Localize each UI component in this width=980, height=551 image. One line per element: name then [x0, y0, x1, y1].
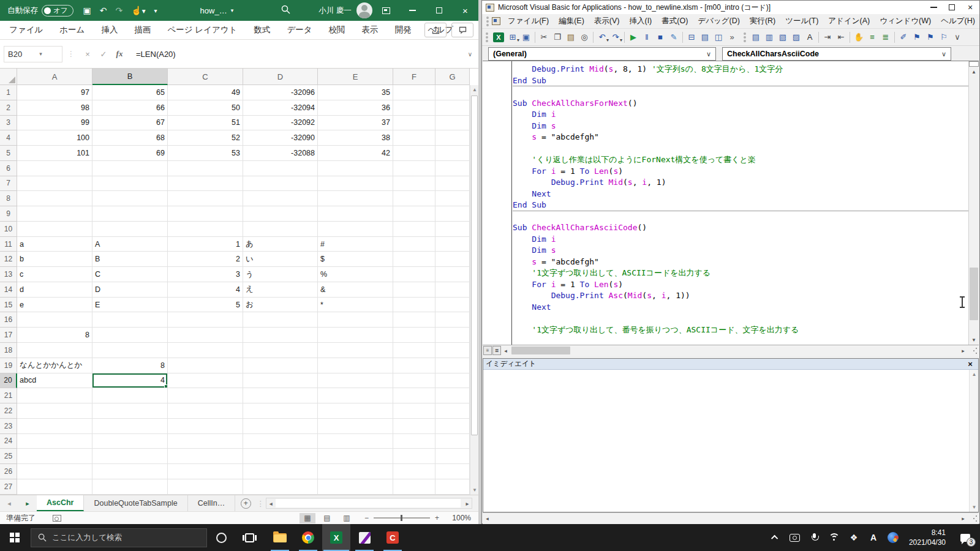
find-icon[interactable]: ◎	[578, 31, 591, 43]
row-header-15[interactable]: 15	[0, 298, 17, 313]
cell-F13[interactable]	[393, 267, 435, 282]
hscroll-thumb[interactable]	[276, 499, 461, 508]
cell-E12[interactable]: $	[318, 252, 393, 267]
cell-E3[interactable]: 37	[318, 116, 393, 131]
formula-input[interactable]: =LEN(A20)	[136, 50, 176, 59]
task-view-button[interactable]	[235, 524, 263, 551]
paste-icon[interactable]: ▤	[564, 31, 578, 43]
cell-D3[interactable]: -32092	[243, 116, 318, 131]
vba-hscroll-right-icon[interactable]: ▸	[959, 514, 968, 523]
cell-B8[interactable]	[92, 191, 168, 206]
row-header-8[interactable]: 8	[0, 191, 17, 206]
cut-icon[interactable]: ✂	[537, 31, 551, 43]
cell-B24[interactable]	[92, 434, 168, 449]
cell-F6[interactable]	[393, 161, 435, 176]
immediate-close-icon[interactable]: ×	[965, 359, 976, 369]
row-header-7[interactable]: 7	[0, 176, 17, 192]
dropbox-icon[interactable]: ❖	[845, 524, 862, 551]
cell-A19[interactable]: なんとかかんとか	[17, 358, 92, 373]
cell-F3[interactable]	[393, 116, 435, 131]
cell-F25[interactable]	[393, 449, 435, 464]
insert-userform-icon[interactable]: ⊞▾	[506, 31, 519, 43]
cell-D18[interactable]	[243, 343, 318, 358]
cell-G14[interactable]	[435, 282, 470, 298]
cell-D23[interactable]	[243, 419, 318, 434]
cell-C19[interactable]	[168, 358, 243, 373]
macro-record-icon[interactable]	[53, 515, 61, 522]
row-header-19[interactable]: 19	[0, 358, 17, 373]
cell-G11[interactable]	[435, 237, 470, 252]
wifi-icon[interactable]	[826, 524, 843, 551]
cell-B23[interactable]	[92, 419, 168, 434]
sheet-horizontal-scrollbar[interactable]: ◂ ▸	[266, 498, 472, 509]
row-header-1[interactable]: 1	[0, 85, 17, 100]
immediate-vertical-scrollbar[interactable]: ▲ ▼	[969, 370, 978, 512]
maximize-button[interactable]	[426, 0, 452, 21]
notes-app-taskbar-button[interactable]	[350, 524, 379, 551]
complete-word-icon[interactable]: A	[803, 31, 816, 43]
screen-recorder-icon[interactable]	[786, 524, 804, 551]
cell-G16[interactable]	[435, 312, 470, 328]
cell-E20[interactable]	[318, 373, 393, 389]
cell-B15[interactable]: E	[92, 298, 168, 313]
cell-C9[interactable]	[168, 206, 243, 222]
cell-E7[interactable]	[318, 176, 393, 192]
redo-icon[interactable]: ↷▾	[609, 31, 622, 43]
cell-D11[interactable]: あ	[243, 237, 318, 252]
column-header-D[interactable]: D	[243, 69, 318, 85]
new-sheet-icon[interactable]: +	[241, 498, 251, 509]
vba-menu-ファイル(F)[interactable]: ファイル(F)	[503, 15, 554, 28]
cell-E24[interactable]	[318, 434, 393, 449]
user-account[interactable]: 小川 慶一	[318, 2, 372, 18]
cell-A7[interactable]	[17, 176, 92, 192]
cell-D17[interactable]	[243, 328, 318, 343]
cortana-button[interactable]	[207, 524, 235, 551]
cell-A3[interactable]: 99	[17, 116, 92, 131]
vba-menu-表示(V)[interactable]: 表示(V)	[589, 15, 625, 28]
cell-E2[interactable]: 36	[318, 100, 393, 116]
cell-F11[interactable]	[393, 237, 435, 252]
cell-A15[interactable]: e	[17, 298, 92, 313]
cell-A2[interactable]: 98	[17, 100, 92, 116]
c-app-taskbar-button[interactable]	[379, 524, 407, 551]
cell-A1[interactable]: 97	[17, 85, 92, 100]
cell-E22[interactable]	[318, 403, 393, 419]
cell-A12[interactable]: b	[17, 252, 92, 267]
cell-D24[interactable]	[243, 434, 318, 449]
page-break-view-icon[interactable]: ▥	[339, 513, 355, 523]
zoom-slider-thumb[interactable]	[401, 515, 402, 521]
column-header-C[interactable]: C	[168, 69, 243, 85]
sheet-nav-left-icon[interactable]: ◂	[0, 495, 18, 511]
cell-A9[interactable]	[17, 206, 92, 222]
cell-A11[interactable]: a	[17, 237, 92, 252]
toggle-bookmark-icon[interactable]: ✐	[897, 31, 910, 43]
cell-C7[interactable]	[168, 176, 243, 192]
row-header-18[interactable]: 18	[0, 343, 17, 358]
row-header-9[interactable]: 9	[0, 206, 17, 222]
start-button[interactable]	[0, 524, 29, 551]
name-box[interactable]: B20 ▾	[4, 46, 62, 62]
search-icon[interactable]	[281, 5, 290, 16]
cell-F9[interactable]	[393, 206, 435, 222]
code-vertical-scrollbar[interactable]: ▲ ▼	[968, 61, 979, 345]
cell-A8[interactable]	[17, 191, 92, 206]
cell-G8[interactable]	[435, 191, 470, 206]
list-properties-icon[interactable]: ▤	[749, 31, 763, 43]
share-icon[interactable]	[424, 23, 447, 37]
row-header-5[interactable]: 5	[0, 146, 17, 161]
vba-menu-実行(R)[interactable]: 実行(R)	[745, 15, 780, 28]
zoom-slider[interactable]	[374, 517, 430, 519]
cell-E18[interactable]	[318, 343, 393, 358]
row-header-20[interactable]: 20	[0, 373, 17, 389]
next-bookmark-icon[interactable]: ⚑	[910, 31, 924, 43]
toolbar-overflow-icon[interactable]: »	[725, 31, 739, 43]
cell-E19[interactable]	[318, 358, 393, 373]
cell-A26[interactable]	[17, 464, 92, 479]
cell-G1[interactable]	[435, 85, 470, 100]
column-header-B[interactable]: B	[92, 69, 168, 85]
redo-icon[interactable]: ↷	[116, 6, 123, 15]
cell-C20[interactable]	[168, 373, 243, 389]
cell-B10[interactable]	[92, 222, 168, 237]
row-header-12[interactable]: 12	[0, 252, 17, 267]
reset-icon[interactable]: ■	[654, 31, 667, 43]
